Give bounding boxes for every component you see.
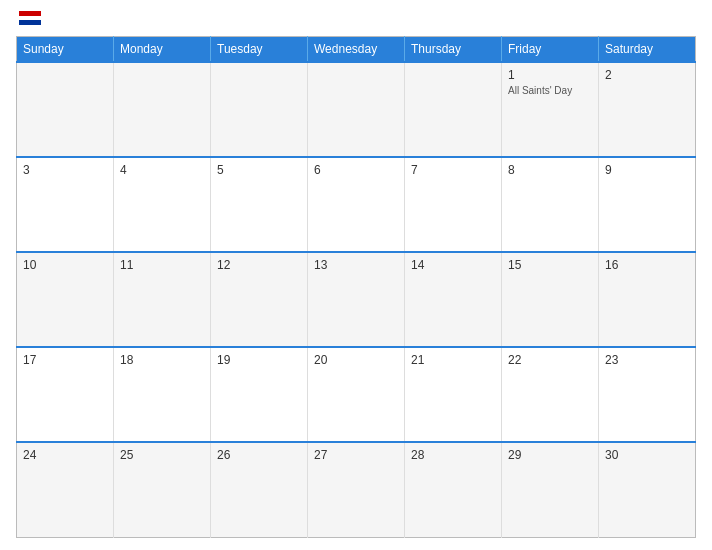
date-number: 29 — [508, 448, 592, 462]
calendar-cell: 19 — [211, 347, 308, 442]
date-number: 18 — [120, 353, 204, 367]
date-number: 11 — [120, 258, 204, 272]
calendar-cell — [405, 62, 502, 157]
calendar-cell: 1All Saints' Day — [502, 62, 599, 157]
calendar-cell: 8 — [502, 157, 599, 252]
date-number: 19 — [217, 353, 301, 367]
calendar-cell: 29 — [502, 442, 599, 537]
calendar-cell — [114, 62, 211, 157]
svg-rect-1 — [19, 16, 41, 20]
calendar-cell: 25 — [114, 442, 211, 537]
date-number: 26 — [217, 448, 301, 462]
date-number: 10 — [23, 258, 107, 272]
header-row: Sunday Monday Tuesday Wednesday Thursday… — [17, 37, 696, 63]
svg-rect-2 — [19, 20, 41, 25]
date-number: 7 — [411, 163, 495, 177]
col-friday: Friday — [502, 37, 599, 63]
calendar-cell: 3 — [17, 157, 114, 252]
date-number: 22 — [508, 353, 592, 367]
calendar-week-4: 24252627282930 — [17, 442, 696, 537]
calendar-cell: 7 — [405, 157, 502, 252]
calendar-cell — [211, 62, 308, 157]
calendar-cell: 14 — [405, 252, 502, 347]
date-number: 25 — [120, 448, 204, 462]
calendar-body: 1All Saints' Day234567891011121314151617… — [17, 62, 696, 538]
calendar-cell: 4 — [114, 157, 211, 252]
calendar-cell: 30 — [599, 442, 696, 537]
date-number: 5 — [217, 163, 301, 177]
date-number: 17 — [23, 353, 107, 367]
calendar-cell: 20 — [308, 347, 405, 442]
date-number: 4 — [120, 163, 204, 177]
header — [16, 12, 696, 26]
calendar-week-3: 17181920212223 — [17, 347, 696, 442]
holiday-label: All Saints' Day — [508, 84, 592, 97]
calendar-cell: 17 — [17, 347, 114, 442]
calendar-cell: 9 — [599, 157, 696, 252]
date-number: 21 — [411, 353, 495, 367]
date-number: 6 — [314, 163, 398, 177]
calendar-cell — [308, 62, 405, 157]
logo — [16, 12, 41, 26]
col-sunday: Sunday — [17, 37, 114, 63]
calendar-cell: 22 — [502, 347, 599, 442]
date-number: 1 — [508, 68, 592, 82]
calendar-cell: 23 — [599, 347, 696, 442]
calendar-cell: 28 — [405, 442, 502, 537]
date-number: 14 — [411, 258, 495, 272]
calendar-cell: 5 — [211, 157, 308, 252]
date-number: 20 — [314, 353, 398, 367]
calendar-cell: 6 — [308, 157, 405, 252]
date-number: 15 — [508, 258, 592, 272]
calendar-week-1: 3456789 — [17, 157, 696, 252]
calendar-cell: 10 — [17, 252, 114, 347]
calendar-cell: 13 — [308, 252, 405, 347]
col-saturday: Saturday — [599, 37, 696, 63]
date-number: 27 — [314, 448, 398, 462]
date-number: 30 — [605, 448, 689, 462]
col-monday: Monday — [114, 37, 211, 63]
calendar-week-2: 10111213141516 — [17, 252, 696, 347]
calendar-cell: 12 — [211, 252, 308, 347]
calendar-cell: 16 — [599, 252, 696, 347]
calendar-cell: 21 — [405, 347, 502, 442]
date-number: 28 — [411, 448, 495, 462]
col-tuesday: Tuesday — [211, 37, 308, 63]
calendar-week-0: 1All Saints' Day2 — [17, 62, 696, 157]
col-wednesday: Wednesday — [308, 37, 405, 63]
calendar-cell: 24 — [17, 442, 114, 537]
date-number: 12 — [217, 258, 301, 272]
page: Sunday Monday Tuesday Wednesday Thursday… — [0, 0, 712, 550]
logo-flag-icon — [19, 11, 41, 25]
calendar-cell: 11 — [114, 252, 211, 347]
date-number: 9 — [605, 163, 689, 177]
date-number: 13 — [314, 258, 398, 272]
date-number: 8 — [508, 163, 592, 177]
col-thursday: Thursday — [405, 37, 502, 63]
date-number: 23 — [605, 353, 689, 367]
calendar-header: Sunday Monday Tuesday Wednesday Thursday… — [17, 37, 696, 63]
calendar-cell: 2 — [599, 62, 696, 157]
calendar-cell — [17, 62, 114, 157]
calendar-cell: 15 — [502, 252, 599, 347]
date-number: 24 — [23, 448, 107, 462]
calendar-table: Sunday Monday Tuesday Wednesday Thursday… — [16, 36, 696, 538]
calendar-cell: 18 — [114, 347, 211, 442]
date-number: 2 — [605, 68, 689, 82]
calendar-cell: 26 — [211, 442, 308, 537]
svg-rect-0 — [19, 11, 41, 16]
date-number: 3 — [23, 163, 107, 177]
date-number: 16 — [605, 258, 689, 272]
calendar-cell: 27 — [308, 442, 405, 537]
